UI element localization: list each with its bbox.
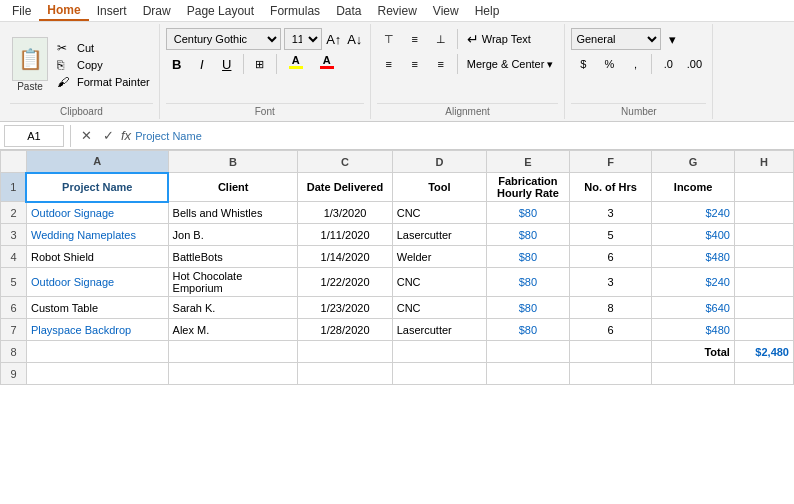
cell-b4[interactable]: BattleBots <box>168 246 298 268</box>
highlight-button[interactable]: A <box>282 53 310 75</box>
cell-f4[interactable]: 6 <box>569 246 652 268</box>
cancel-formula-button[interactable]: ✕ <box>77 127 95 145</box>
confirm-formula-button[interactable]: ✓ <box>99 127 117 145</box>
col-header-e[interactable]: E <box>487 151 570 173</box>
cell-h8[interactable]: $2,480 <box>734 341 793 363</box>
cell-g9[interactable] <box>652 363 735 385</box>
cell-g6[interactable]: $640 <box>652 297 735 319</box>
cell-e3[interactable]: $80 <box>487 224 570 246</box>
cell-b6[interactable]: Sarah K. <box>168 297 298 319</box>
cell-f1[interactable]: No. of Hrs <box>569 173 652 202</box>
align-bottom-button[interactable]: ⊥ <box>429 28 453 50</box>
cell-d6[interactable]: CNC <box>392 297 486 319</box>
col-header-d[interactable]: D <box>392 151 486 173</box>
cell-f3[interactable]: 5 <box>569 224 652 246</box>
font-size-select[interactable]: 11 <box>284 28 322 50</box>
align-middle-button[interactable]: ≡ <box>403 28 427 50</box>
cell-e9[interactable] <box>487 363 570 385</box>
cell-b3[interactable]: Jon B. <box>168 224 298 246</box>
align-center-button[interactable]: ≡ <box>403 53 427 75</box>
number-dropdown-icon[interactable]: ▾ <box>663 28 681 50</box>
align-top-button[interactable]: ⊤ <box>377 28 401 50</box>
cell-f5[interactable]: 3 <box>569 268 652 297</box>
bold-button[interactable]: B <box>166 53 188 75</box>
merge-dropdown-icon[interactable]: ▾ <box>547 58 553 71</box>
cell-c1[interactable]: Date Delivered <box>298 173 392 202</box>
cell-e7[interactable]: $80 <box>487 319 570 341</box>
cell-e5[interactable]: $80 <box>487 268 570 297</box>
formula-input[interactable] <box>135 130 790 142</box>
cell-b8[interactable] <box>168 341 298 363</box>
cell-a5[interactable]: Outdoor Signage <box>26 268 168 297</box>
cell-b9[interactable] <box>168 363 298 385</box>
cell-e8[interactable] <box>487 341 570 363</box>
menu-page-layout[interactable]: Page Layout <box>179 2 262 20</box>
cell-e2[interactable]: $80 <box>487 202 570 224</box>
cell-c5[interactable]: 1/22/2020 <box>298 268 392 297</box>
font-grow-button[interactable]: A↑ <box>325 28 343 50</box>
cell-a4[interactable]: Robot Shield <box>26 246 168 268</box>
cell-reference-input[interactable] <box>4 125 64 147</box>
cell-h4[interactable] <box>734 246 793 268</box>
wrap-text-button[interactable]: ↵ Wrap Text <box>462 28 536 50</box>
col-header-f[interactable]: F <box>569 151 652 173</box>
format-painter-button[interactable]: 🖌 Format Painter <box>54 74 153 90</box>
percent-button[interactable]: % <box>597 53 621 75</box>
underline-button[interactable]: U <box>216 53 238 75</box>
cell-c4[interactable]: 1/14/2020 <box>298 246 392 268</box>
increase-decimal-button[interactable]: .0 <box>656 53 680 75</box>
cell-a3[interactable]: Wedding Nameplates <box>26 224 168 246</box>
cell-h7[interactable] <box>734 319 793 341</box>
cut-button[interactable]: ✂ Cut <box>54 40 153 56</box>
cell-c9[interactable] <box>298 363 392 385</box>
cell-c8[interactable] <box>298 341 392 363</box>
cell-c6[interactable]: 1/23/2020 <box>298 297 392 319</box>
cell-b1[interactable]: Client <box>168 173 298 202</box>
cell-f7[interactable]: 6 <box>569 319 652 341</box>
cell-h9[interactable] <box>734 363 793 385</box>
menu-file[interactable]: File <box>4 2 39 20</box>
cell-g2[interactable]: $240 <box>652 202 735 224</box>
paste-button[interactable]: 📋 Paste <box>10 35 50 94</box>
cell-c3[interactable]: 1/11/2020 <box>298 224 392 246</box>
cell-h1[interactable] <box>734 173 793 202</box>
merge-center-button[interactable]: Merge & Center ▾ <box>462 53 559 75</box>
menu-view[interactable]: View <box>425 2 467 20</box>
number-format-select[interactable]: General <box>571 28 661 50</box>
menu-review[interactable]: Review <box>369 2 424 20</box>
cell-c2[interactable]: 1/3/2020 <box>298 202 392 224</box>
align-right-button[interactable]: ≡ <box>429 53 453 75</box>
menu-insert[interactable]: Insert <box>89 2 135 20</box>
cell-b7[interactable]: Alex M. <box>168 319 298 341</box>
cell-a6[interactable]: Custom Table <box>26 297 168 319</box>
border-button[interactable]: ⊞ <box>249 53 271 75</box>
cell-d1[interactable]: Tool <box>392 173 486 202</box>
cell-b2[interactable]: Bells and Whistles <box>168 202 298 224</box>
font-color-button[interactable]: A <box>313 53 341 75</box>
cell-a8[interactable] <box>26 341 168 363</box>
menu-home[interactable]: Home <box>39 1 88 21</box>
cell-g1[interactable]: Income <box>652 173 735 202</box>
cell-f6[interactable]: 8 <box>569 297 652 319</box>
cell-d3[interactable]: Lasercutter <box>392 224 486 246</box>
cell-a1[interactable]: Project Name <box>26 173 168 202</box>
decrease-decimal-button[interactable]: .00 <box>682 53 706 75</box>
italic-button[interactable]: I <box>191 53 213 75</box>
cell-d8[interactable] <box>392 341 486 363</box>
cell-h5[interactable] <box>734 268 793 297</box>
cell-f9[interactable] <box>569 363 652 385</box>
cell-a9[interactable] <box>26 363 168 385</box>
col-header-h[interactable]: H <box>734 151 793 173</box>
menu-formulas[interactable]: Formulas <box>262 2 328 20</box>
cell-d2[interactable]: CNC <box>392 202 486 224</box>
menu-draw[interactable]: Draw <box>135 2 179 20</box>
align-left-button[interactable]: ≡ <box>377 53 401 75</box>
cell-d5[interactable]: CNC <box>392 268 486 297</box>
col-header-b[interactable]: B <box>168 151 298 173</box>
menu-help[interactable]: Help <box>467 2 508 20</box>
col-header-g[interactable]: G <box>652 151 735 173</box>
cell-c7[interactable]: 1/28/2020 <box>298 319 392 341</box>
cell-e4[interactable]: $80 <box>487 246 570 268</box>
col-header-c[interactable]: C <box>298 151 392 173</box>
cell-d9[interactable] <box>392 363 486 385</box>
